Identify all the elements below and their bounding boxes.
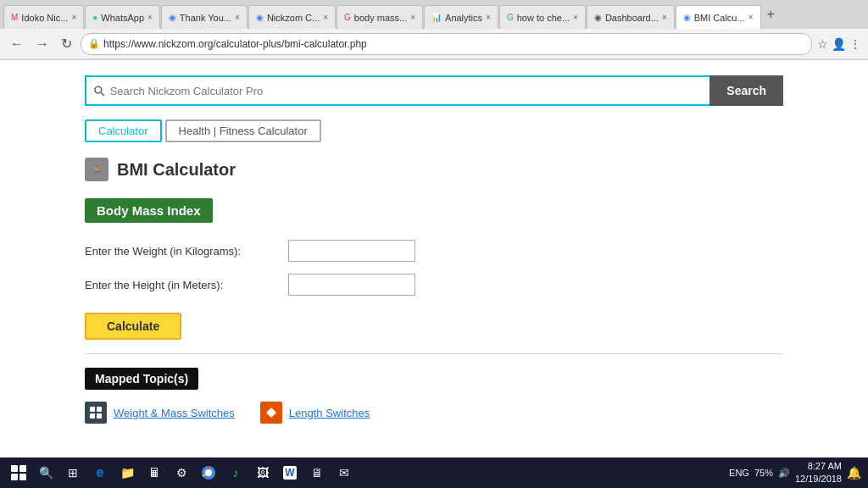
taskbar-left: 🔍 ⊞ e 📁 🖩 ⚙ <box>7 461 356 485</box>
close-icon[interactable]: × <box>323 13 328 22</box>
tab-label: how to che... <box>517 13 570 23</box>
close-icon[interactable]: × <box>573 13 578 22</box>
tab-bmi[interactable]: ◉ BMI Calcu... × <box>676 5 761 29</box>
length-switches-label: Length Switches <box>289 407 370 419</box>
calculator-icon[interactable]: 🖩 <box>142 461 166 485</box>
address-text: https://www.nickzom.org/calculator-plus/… <box>103 38 804 50</box>
taskbar: 🔍 ⊞ e 📁 🖩 ⚙ <box>0 458 868 488</box>
word-icon[interactable]: W <box>278 461 302 485</box>
tab-howto[interactable]: G how to che... × <box>499 5 586 29</box>
taskbar-search[interactable]: 🔍 <box>34 461 58 485</box>
taskbar-time: 8:27 AM <box>795 460 842 473</box>
close-icon[interactable]: × <box>748 13 754 22</box>
weight-row: Enter the Weight (in Kilograms): <box>85 240 783 262</box>
tab-analytics[interactable]: 📊 Analytics × <box>424 5 498 29</box>
tab-whatsapp[interactable]: ● WhatsApp × <box>85 5 160 29</box>
task-view[interactable]: ⊞ <box>61 461 85 485</box>
tab-dashboard[interactable]: ◉ Dashboard... × <box>587 5 675 29</box>
taskbar-clock[interactable]: 8:27 AM 12/19/2018 <box>795 460 842 486</box>
music-icon[interactable]: ♪ <box>224 461 248 485</box>
file-explorer-icon[interactable]: 📁 <box>115 461 139 485</box>
tab-bar: M Idoko Nic... × ● WhatsApp × ◉ Thank Yo… <box>0 0 868 29</box>
browser-chrome: M Idoko Nic... × ● WhatsApp × ◉ Thank Yo… <box>0 0 868 60</box>
menu-button[interactable]: ⋮ <box>849 37 861 51</box>
star-button[interactable]: ☆ <box>817 37 828 51</box>
weight-switches-label: Weight & Mass Switches <box>114 407 235 419</box>
topic-weight-switches[interactable]: Weight & Mass Switches <box>85 402 235 424</box>
reload-button[interactable]: ↻ <box>58 34 75 53</box>
tab-label: Idoko Nic... <box>21 13 68 23</box>
tab-icon: ◉ <box>256 13 264 22</box>
divider <box>85 353 783 354</box>
height-row: Enter the Height (in Meters): <box>85 274 783 296</box>
health-breadcrumb[interactable]: Health | Fitness Calculator <box>165 119 321 142</box>
height-input[interactable] <box>288 274 415 296</box>
nav-actions: ☆ 👤 ⋮ <box>817 37 861 51</box>
weight-switches-icon <box>85 402 107 424</box>
svg-line-1 <box>101 92 103 95</box>
close-icon[interactable]: × <box>235 13 240 22</box>
svg-rect-3 <box>97 407 102 412</box>
tab-gmail[interactable]: M Idoko Nic... × <box>3 5 84 29</box>
chrome-icon[interactable] <box>197 461 220 485</box>
topic-length-switches[interactable]: Length Switches <box>260 402 370 424</box>
calc-title-row: 🏃 BMI Calculator <box>85 158 783 181</box>
page-title: BMI Calculator <box>117 160 236 180</box>
search-input[interactable] <box>110 85 704 97</box>
tab-label: WhatsApp <box>101 13 144 23</box>
calculate-button[interactable]: Calculate <box>85 313 181 340</box>
google-icon: G <box>344 13 351 22</box>
gmail-icon: M <box>11 13 18 22</box>
settings-icon[interactable]: ⚙ <box>170 461 193 485</box>
mail-icon[interactable]: ✉ <box>332 461 356 485</box>
search-section: Search <box>0 69 868 113</box>
close-icon[interactable]: × <box>71 13 76 22</box>
mapped-topics-badge: Mapped Topic(s) <box>85 368 198 390</box>
svg-point-0 <box>95 86 102 93</box>
edge-icon[interactable]: e <box>88 461 112 485</box>
tab-icon: G <box>507 13 514 22</box>
search-icon <box>93 85 105 97</box>
topics-row: Weight & Mass Switches Length Switches <box>85 402 783 424</box>
close-icon[interactable]: × <box>410 13 415 22</box>
whatsapp-icon: ● <box>92 13 97 22</box>
close-icon[interactable]: × <box>147 13 153 22</box>
taskbar-right: ENG 75% 🔊 8:27 AM 12/19/2018 🔔 <box>729 460 861 486</box>
tab-icon: ◉ <box>169 13 176 22</box>
notification-icon[interactable]: 🔔 <box>847 466 861 480</box>
tab-google[interactable]: G body mass... × <box>337 5 423 29</box>
height-label: Enter the Height (in Meters): <box>85 279 280 291</box>
close-icon[interactable]: × <box>486 13 491 22</box>
svg-rect-4 <box>90 413 95 419</box>
tab-label: Thank You... <box>180 13 231 23</box>
tab-icon: ◉ <box>683 13 691 22</box>
photos-icon[interactable]: 🖼 <box>251 461 275 485</box>
back-button[interactable]: ← <box>7 35 27 53</box>
calc-area: 🏃 BMI Calculator Body Mass Index Enter t… <box>0 149 868 432</box>
analytics-icon: 📊 <box>431 13 442 22</box>
calculator-breadcrumb[interactable]: Calculator <box>85 119 162 142</box>
taskbar-lang: ENG <box>729 468 749 478</box>
tab-thankyou[interactable]: ◉ Thank You... × <box>161 5 248 29</box>
tab-label: Analytics <box>445 13 482 23</box>
svg-rect-2 <box>90 407 95 412</box>
network-icon[interactable]: 🖥 <box>305 461 329 485</box>
svg-rect-5 <box>97 413 102 419</box>
close-icon[interactable]: × <box>662 13 667 22</box>
taskbar-battery: 75% <box>754 468 773 478</box>
weight-input[interactable] <box>288 240 415 262</box>
svg-point-7 <box>205 469 212 476</box>
new-tab-button[interactable]: + <box>762 7 780 22</box>
taskbar-volume: 🔊 <box>778 468 790 479</box>
page-content: Search Calculator Health | Fitness Calcu… <box>0 60 868 458</box>
address-bar[interactable]: 🔒 https://www.nickzom.org/calculator-plu… <box>81 33 812 55</box>
tab-label: BMI Calcu... <box>694 13 745 23</box>
tab-nickzom[interactable]: ◉ Nickzom C... × <box>248 5 336 29</box>
search-button[interactable]: Search <box>709 75 783 106</box>
calc-icon: 🏃 <box>85 158 108 181</box>
tab-label: body mass... <box>354 13 407 23</box>
profile-button[interactable]: 👤 <box>832 37 846 51</box>
start-button[interactable] <box>7 461 31 485</box>
forward-button[interactable]: → <box>32 35 53 53</box>
tab-label: Dashboard... <box>605 13 659 23</box>
